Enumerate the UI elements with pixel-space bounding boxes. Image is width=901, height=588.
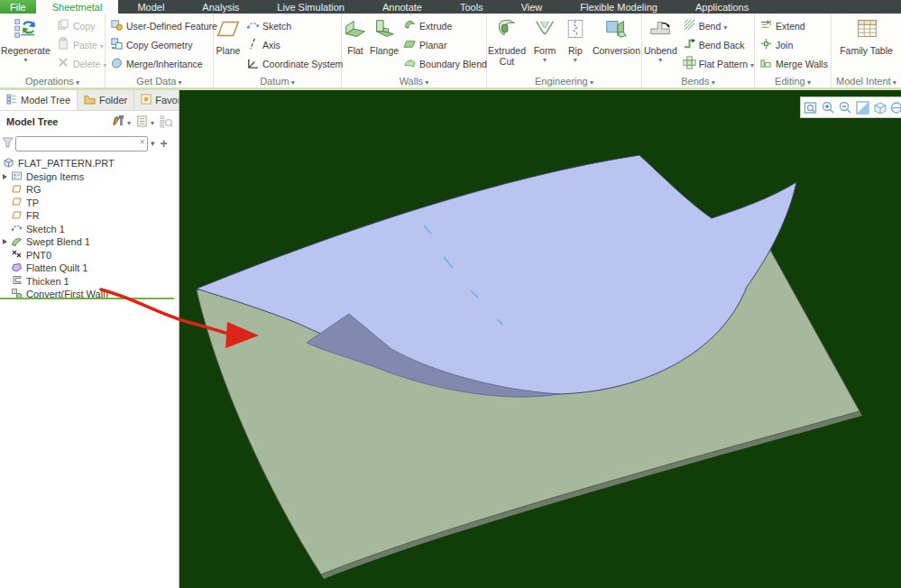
user-defined-feature-icon [110,18,124,33]
dropdown-arrow-icon[interactable] [97,40,104,51]
expand-arrow-icon[interactable] [3,239,7,244]
extruded-cut-button[interactable]: Extruded Cut [487,15,527,68]
tab-file[interactable]: File [0,0,36,14]
extrude-button[interactable]: Extrude [401,16,487,35]
dropdown-arrow-icon[interactable] [23,56,27,63]
planar-icon [403,37,417,52]
model-scene [179,90,901,588]
form-button[interactable]: Form [530,15,559,64]
plane-button[interactable]: Plane [214,15,243,57]
bend-button[interactable]: Bend [681,16,754,35]
tree-item[interactable]: TP [0,197,179,210]
tab-flexible-modeling[interactable]: Flexible Modeling [561,0,676,14]
dropdown-arrow-icon[interactable] [124,116,131,127]
expand-arrow-icon[interactable] [3,174,7,179]
flat-pattern-icon [683,56,696,71]
tree-item[interactable]: PNT0 [0,249,179,262]
user-defined-feature-button[interactable]: User-Defined Feature [108,16,217,35]
coordinate-system-button[interactable]: Coordinate System [244,54,343,73]
graphics-area[interactable] [179,90,901,588]
flange-wall-button[interactable]: Flange [369,15,400,57]
tree-item[interactable]: Sketch 1 [0,223,179,236]
boundary-blend-button[interactable]: Boundary Blend [401,54,487,73]
tab-annotate[interactable]: Annotate [363,0,441,14]
tree-item[interactable]: RG [0,183,179,197]
group-label-get-data[interactable]: Get Data [106,76,213,87]
refit-icon[interactable] [855,100,870,115]
copy-button[interactable]: Copy [55,16,106,35]
tab-applications[interactable]: Applications [676,0,768,14]
tab-folder-browser[interactable]: Folder [78,90,134,110]
regenerate-button[interactable]: Regenerate [0,15,51,64]
sketch-button[interactable]: Sketch [244,16,343,35]
tree-item[interactable]: Swept Blend 1 [0,235,179,249]
extend-button[interactable]: Extend [758,16,828,35]
family-table-button[interactable]: Family Table [839,15,895,57]
dropdown-arrow-icon[interactable] [574,56,577,63]
ribbon: Regenerate Copy Paste Delete [0,14,901,87]
rip-button[interactable]: Rip [563,15,588,64]
add-filter-icon[interactable] [161,136,168,151]
tab-model-tree[interactable]: Model Tree [0,90,78,110]
group-editing: Extend Join Merge Walls Editing [755,14,832,87]
axis-button[interactable]: Axis [244,35,343,54]
delete-icon [57,56,70,71]
zoom-region-icon[interactable] [804,100,819,115]
planar-button[interactable]: Planar [401,35,487,54]
tree-item-root[interactable]: FLAT_PATTERN.PRT [0,157,179,170]
family-table-icon [853,16,880,43]
group-label-model-intent[interactable]: Model Intent [832,76,901,87]
dropdown-arrow-icon[interactable] [748,59,754,69]
copy-geometry-button[interactable]: Copy Geometry [108,35,217,54]
group-label-editing[interactable]: Editing [755,76,831,87]
tree-item[interactable]: Design Items [0,170,179,184]
form-icon [532,16,557,43]
unbend-button[interactable]: Unbend [642,15,679,64]
tab-favorites[interactable]: Favorit [134,90,179,110]
group-label-bends[interactable]: Bends [642,76,754,87]
zoom-in-icon[interactable] [821,100,836,115]
filter-dropdown-icon[interactable] [151,139,155,148]
tab-tools[interactable]: Tools [441,0,502,14]
group-label-operations[interactable]: Operations [0,76,105,87]
tree-filter-input[interactable] [15,136,148,152]
bend-back-button[interactable]: Bend Back [681,35,754,54]
filter-funnel-icon[interactable] [2,135,14,152]
dropdown-arrow-icon[interactable] [148,116,154,127]
bend-back-icon [683,37,696,52]
delete-button[interactable]: Delete [55,54,106,73]
paste-button[interactable]: Paste [55,35,106,54]
dropdown-arrow-icon[interactable] [721,21,727,32]
tree-search-button[interactable] [160,115,173,130]
group-label-datum[interactable]: Datum [214,76,341,87]
flat-wall-button[interactable]: Flat [342,15,369,57]
tree-item[interactable]: FR [0,209,179,223]
zoom-out-icon[interactable] [838,100,853,115]
dropdown-arrow-icon[interactable] [543,56,547,63]
model-tree-tab-icon [6,94,17,106]
tree-item[interactable]: Flatten Quilt 1 [0,262,179,275]
group-label-walls[interactable]: Walls [342,76,486,87]
saved-views-icon[interactable] [872,100,887,115]
merge-walls-button[interactable]: Merge Walls [758,54,828,73]
tree-settings-button[interactable] [112,115,131,130]
flat-pattern-button[interactable]: Flat Pattern [681,54,754,73]
join-button[interactable]: Join [758,35,828,54]
join-icon [759,37,773,52]
tab-sheetmetal[interactable]: Sheetmetal [36,0,119,14]
tab-view[interactable]: View [502,0,562,14]
group-label-engineering[interactable]: Engineering [487,76,641,87]
group-walls: Flat Flange Extrude Planar [342,14,487,87]
sketch-icon [246,18,260,33]
tab-analysis[interactable]: Analysis [183,0,258,14]
flat-wall-icon [343,16,368,43]
tree-item[interactable]: Thicken 1 [0,275,179,289]
display-style-icon[interactable] [889,100,901,115]
clear-filter-icon[interactable] [140,136,145,147]
merge-inheritance-button[interactable]: Merge/Inheritance [108,54,217,73]
tab-live-simulation[interactable]: Live Simulation [258,0,363,14]
conversion-button[interactable]: Conversion [592,15,641,57]
tab-model[interactable]: Model [118,0,183,14]
dropdown-arrow-icon[interactable] [658,56,662,63]
tree-display-options-button[interactable] [136,115,154,130]
